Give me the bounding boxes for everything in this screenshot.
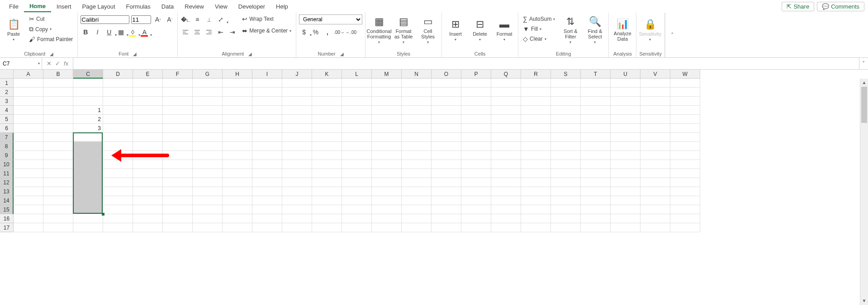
cell[interactable] [193,88,223,97]
cell[interactable] [611,151,640,160]
cell[interactable] [402,205,432,214]
cell[interactable] [640,178,670,187]
cell[interactable] [461,115,491,124]
tab-data[interactable]: Data [156,1,179,12]
cell[interactable] [163,196,193,205]
cell[interactable] [521,205,551,214]
column-header[interactable]: Q [491,70,521,79]
cell[interactable] [432,205,461,214]
cell[interactable] [581,151,611,160]
cell[interactable] [252,151,282,160]
row-header[interactable]: 3 [0,97,14,106]
column-header[interactable]: P [461,70,491,79]
cell[interactable] [103,124,133,133]
cell[interactable] [14,106,43,115]
scroll-thumb[interactable] [861,87,867,123]
cell[interactable] [14,88,43,97]
cell[interactable] [193,178,223,187]
cell[interactable] [43,169,73,178]
cell[interactable] [551,223,581,232]
cell[interactable] [43,205,73,214]
format-cells-button[interactable]: ▬Format▾ [493,14,515,45]
tab-page-layout[interactable]: Page Layout [77,1,121,12]
column-header[interactable]: A [14,70,43,79]
row-header[interactable]: 2 [0,88,14,97]
cell[interactable] [73,160,103,169]
cell[interactable] [372,88,402,97]
tab-home[interactable]: Home [24,1,51,12]
row-header[interactable]: 1 [0,79,14,88]
cell[interactable] [581,79,611,88]
cell[interactable] [14,142,43,151]
insert-cells-button[interactable]: ⊞Insert▾ [445,14,466,45]
cell[interactable] [461,160,491,169]
cell[interactable] [14,187,43,196]
cell[interactable] [163,97,193,106]
column-header[interactable]: U [611,70,640,79]
cell[interactable] [521,88,551,97]
percent-button[interactable]: % [311,27,321,37]
column-header[interactable]: C [73,70,103,79]
cell[interactable] [252,178,282,187]
cell[interactable] [432,97,461,106]
cancel-formula-button[interactable]: ✕ [47,60,52,67]
row-header[interactable]: 17 [0,223,14,232]
cell[interactable] [163,223,193,232]
cell[interactable] [342,160,372,169]
row-header[interactable]: 12 [0,178,14,187]
cell[interactable] [432,88,461,97]
cell[interactable] [402,187,432,196]
cell[interactable] [372,196,402,205]
bold-button[interactable]: B [81,27,90,37]
cell[interactable] [282,169,312,178]
row-header[interactable]: 10 [0,160,14,169]
cell[interactable] [611,205,640,214]
expand-formula-bar-button[interactable]: ˅ [859,58,868,69]
cell[interactable] [133,88,163,97]
cell[interactable] [640,214,670,223]
find-select-button[interactable]: 🔍Find & Select▾ [584,14,606,45]
cell[interactable] [342,178,372,187]
cell[interactable] [342,142,372,151]
row-header[interactable]: 4 [0,106,14,115]
cell[interactable] [581,115,611,124]
cell[interactable] [163,151,193,160]
cell[interactable] [223,160,252,169]
cell[interactable] [461,187,491,196]
cell[interactable]: 3 [73,124,103,133]
cell[interactable] [342,133,372,142]
cell[interactable] [521,169,551,178]
cell[interactable] [581,97,611,106]
cell[interactable] [73,88,103,97]
font-size-combo[interactable] [131,15,151,24]
cell[interactable] [103,214,133,223]
cell[interactable] [551,88,581,97]
cell[interactable] [581,214,611,223]
cell[interactable] [670,178,700,187]
cell[interactable] [670,142,700,151]
row-header[interactable]: 7 [0,133,14,142]
cell[interactable] [521,223,551,232]
row-header[interactable]: 14 [0,196,14,205]
cell[interactable] [252,214,282,223]
cell[interactable] [73,79,103,88]
decrease-indent-button[interactable]: ⇤ [216,27,226,37]
cell[interactable] [43,142,73,151]
cell[interactable] [342,187,372,196]
cell[interactable] [432,196,461,205]
cell[interactable] [73,142,103,151]
autosum-button[interactable]: ∑AutoSum▾ [521,14,557,23]
cell[interactable] [432,169,461,178]
fx-button[interactable]: fx [64,60,68,67]
cell[interactable] [372,151,402,160]
cell[interactable] [640,223,670,232]
cell[interactable] [640,205,670,214]
cell[interactable] [342,196,372,205]
cell[interactable] [252,142,282,151]
cell[interactable] [43,124,73,133]
cell[interactable] [491,88,521,97]
cell[interactable] [640,88,670,97]
cell[interactable] [282,88,312,97]
cell[interactable] [402,97,432,106]
row-header[interactable]: 8 [0,142,14,151]
